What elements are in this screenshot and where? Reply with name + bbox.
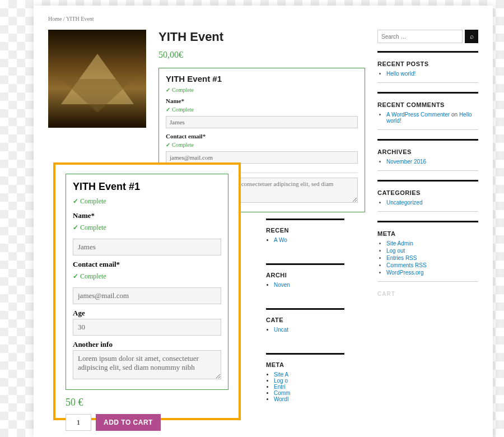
popup-add-row: ADD TO CART xyxy=(66,414,228,431)
bg-categories-widget: CATE Uncat xyxy=(266,308,344,333)
form-status: Complete xyxy=(166,87,358,93)
event-form-title: YITH Event #1 xyxy=(166,74,358,83)
search-form: ⌕ xyxy=(377,30,478,43)
comment-author-link[interactable]: A WordPress Commenter xyxy=(386,111,450,118)
widget-title: RECENT COMMENTS xyxy=(377,101,478,108)
email-field[interactable] xyxy=(166,151,358,164)
popup-name-status: Complete xyxy=(73,224,221,232)
email-label: Contact email* xyxy=(166,133,358,140)
post-link[interactable]: Hello world! xyxy=(386,71,416,77)
popup-add-to-cart-button[interactable]: ADD TO CART xyxy=(96,414,161,431)
email-status: Complete xyxy=(166,142,358,148)
cart-widget-title: CART xyxy=(377,291,478,297)
meta-link[interactable]: Comments RSS xyxy=(386,262,427,268)
name-label: Name* xyxy=(166,97,358,104)
popup-info-label: Another info xyxy=(73,340,221,349)
popup-form-panel: YITH Event #1 Complete Name* Complete Co… xyxy=(66,174,228,390)
search-icon: ⌕ xyxy=(470,32,474,40)
recent-comments-widget: RECENT COMMENTS A WordPress Commenter on… xyxy=(377,101,478,124)
product-price: 50,00€ xyxy=(158,50,365,60)
popup-title: YITH Event #1 xyxy=(73,181,221,193)
search-button[interactable]: ⌕ xyxy=(465,30,478,43)
meta-link[interactable]: WordPress.org xyxy=(386,269,424,276)
widget-title: ARCHIVES xyxy=(377,148,478,155)
breadcrumb-home[interactable]: Home xyxy=(48,16,62,22)
meta-link[interactable]: Log out xyxy=(386,248,405,254)
widget-title: META xyxy=(377,230,478,237)
categories-widget: CATEGORIES Uncategorized xyxy=(377,189,478,206)
popup-email-label: Contact email* xyxy=(73,260,221,269)
name-field[interactable] xyxy=(166,116,358,128)
product-image[interactable] xyxy=(48,30,146,128)
archives-widget: ARCHIVES November 2016 xyxy=(377,148,478,165)
bg-recent-widget: RECEN A Wo xyxy=(266,218,344,243)
search-input[interactable] xyxy=(377,30,463,43)
popup-price: 50 € xyxy=(66,397,228,408)
breadcrumb: Home / YITH Event xyxy=(48,16,478,22)
popup-quantity-stepper[interactable] xyxy=(66,414,91,431)
event-popup: YITH Event #1 Complete Name* Complete Co… xyxy=(53,162,241,420)
meta-widget: META Site Admin Log out Entries RSS Comm… xyxy=(377,230,478,276)
popup-status: Complete xyxy=(73,197,221,206)
category-link[interactable]: Uncategorized xyxy=(386,199,422,206)
popup-info-field[interactable]: Lorem ipsum dolor sit amet, consectetuer… xyxy=(73,350,221,379)
popup-email-status: Complete xyxy=(73,272,221,281)
popup-email-field[interactable] xyxy=(73,287,221,304)
archive-link[interactable]: November 2016 xyxy=(386,159,426,165)
widget-title: CATEGORIES xyxy=(377,189,478,196)
breadcrumb-current: YITH Event xyxy=(66,16,94,22)
popup-name-field[interactable] xyxy=(73,239,221,255)
bg-meta-widget: META Site A Log o Entri Comm WordI xyxy=(266,353,344,402)
popup-age-label: Age xyxy=(73,309,221,318)
recent-posts-widget: RECENT POSTS Hello world! xyxy=(377,61,478,77)
product-title: YITH Event xyxy=(158,30,365,44)
widget-title: RECENT POSTS xyxy=(377,61,478,67)
popup-name-label: Name* xyxy=(73,211,221,220)
sidebar: ⌕ RECENT POSTS Hello world! RECENT COMME… xyxy=(377,30,478,297)
meta-link[interactable]: Site Admin xyxy=(386,240,413,247)
meta-link[interactable]: Entries RSS xyxy=(386,255,417,261)
bg-archives-widget: ARCHI Noven xyxy=(266,263,344,288)
name-status: Complete xyxy=(166,106,358,113)
popup-age-field[interactable] xyxy=(73,319,221,336)
